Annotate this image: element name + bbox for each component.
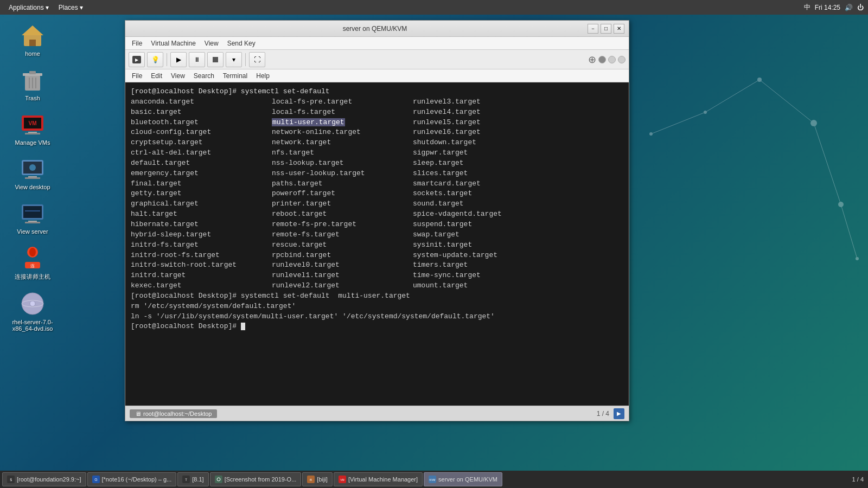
svg-text:VM: VM xyxy=(29,120,37,126)
svg-rect-33 xyxy=(25,222,40,223)
target-col1-row18: runlevel2.target xyxy=(272,281,413,291)
target-col2-row12: suspend.target xyxy=(413,220,472,230)
svg-point-0 xyxy=(810,120,817,126)
targets-list: anaconda.target local-fs-pre.target runl… xyxy=(131,97,623,291)
target-col2-row17: time-sync.target xyxy=(413,271,481,281)
taskbar-item-virt-manager[interactable]: VM [Virtual Machine Manager] xyxy=(334,472,423,486)
desktop-icon-view-desktop[interactable]: View desktop xyxy=(3,153,62,192)
target-col1-row9: poweroff.target xyxy=(272,189,413,199)
close-button[interactable]: ✕ xyxy=(614,24,624,34)
target-col0-row4: cryptsetup.target xyxy=(131,138,272,148)
taskbar-virt-manager-icon: VM xyxy=(339,476,346,483)
taskbar-item-kvm[interactable]: KVM server on QEMU/KVM xyxy=(424,472,502,486)
target-col1-row13: remote-fs.target xyxy=(272,230,413,240)
target-col2-row15: system-update.target xyxy=(413,251,497,261)
volume-icon[interactable]: 🔊 xyxy=(845,4,853,11)
desktop-icon-view-server[interactable]: View server xyxy=(3,198,62,237)
terminal-menu-file[interactable]: File xyxy=(127,71,146,81)
target-col1-row7: nss-user-lookup.target xyxy=(272,169,413,179)
terminal-tab[interactable]: 🖥 root@localhost:~/Desktop xyxy=(130,409,217,418)
taskbar-item-81[interactable]: T [8.1] xyxy=(177,472,208,486)
target-col0-row16: initrd-switch-root.target xyxy=(131,260,272,271)
kvm-menu-send-key[interactable]: Send Key xyxy=(223,38,260,48)
desktop-icon-trash[interactable]: Trash xyxy=(3,65,62,104)
svg-rect-46 xyxy=(213,57,218,62)
taskbar-item-biji[interactable]: B [biji] xyxy=(302,472,333,486)
terminal-line-1: [root@localhost Desktop]# systemctl set-… xyxy=(131,87,623,97)
target-col2-row6: sleep.target xyxy=(413,158,464,169)
target-row-16: initrd-switch-root.target runlevel0.targ… xyxy=(131,260,623,271)
taskbar-kvm-icon: KVM xyxy=(429,476,436,483)
lang-indicator[interactable]: 中 xyxy=(804,3,810,12)
manage-vms-icon: VM xyxy=(20,111,46,137)
kvm-outer-menubar: File Virtual Machine View Send Key xyxy=(125,37,629,50)
terminal-menubar: File Edit View Search Terminal Help xyxy=(125,69,629,82)
power-icon[interactable]: ⏻ xyxy=(857,4,864,11)
toolbar-stop-btn[interactable] xyxy=(207,52,224,67)
toolbar-sep1 xyxy=(167,53,167,66)
terminal-menu-terminal[interactable]: Terminal xyxy=(219,71,252,81)
kvm-menu-file[interactable]: File xyxy=(127,38,146,48)
taskbar-81-label: [8.1] xyxy=(192,476,203,483)
target-row-14: initrd-fs.target rescue.target sysinit.t… xyxy=(131,240,623,251)
target-col2-row10: sound.target xyxy=(413,199,464,209)
taskbar-item-terminal1[interactable]: $ [root@foundation29.9:~] xyxy=(2,472,86,486)
svg-point-7 xyxy=(704,111,707,114)
taskbar-gedit-icon: G xyxy=(92,476,100,483)
target-col0-row2: bluetooth.target xyxy=(131,118,272,128)
target-row-7: emergency.target nss-user-lookup.target … xyxy=(131,169,623,179)
target-row-8: final.target paths.target smartcard.targ… xyxy=(131,179,623,189)
toolbar-right: ⊕ xyxy=(588,54,626,66)
places-arrow: ▾ xyxy=(80,4,83,11)
terminal-menu-edit[interactable]: Edit xyxy=(146,71,167,81)
target-row-11: halt.target reboot.target spice-vdagentd… xyxy=(131,209,623,220)
toolbar-play-btn[interactable]: ▶ xyxy=(170,52,187,67)
toolbar-bulb-btn[interactable]: 💡 xyxy=(147,52,163,67)
desktop-icon-rhel-iso[interactable]: rhel-server-7.0-x86_64-dvd.iso xyxy=(3,288,62,334)
terminal-content[interactable]: [root@localhost Desktop]# systemctl set-… xyxy=(125,82,629,406)
svg-line-9 xyxy=(651,112,705,134)
kvm-menu-virtual-machine[interactable]: Virtual Machine xyxy=(146,38,200,48)
rhel-iso-label: rhel-server-7.0-x86_64-dvd.iso xyxy=(8,319,57,332)
terminal-menu-search[interactable]: Search xyxy=(189,71,219,81)
target-row-5: ctrl-alt-del.target nfs.target sigpwr.ta… xyxy=(131,148,623,158)
taskbar-item-gedit[interactable]: G [*note16 (~/Desktop) – g... xyxy=(87,472,177,486)
places-menu[interactable]: Places ▾ xyxy=(54,3,87,12)
desktop-icon-home[interactable]: home xyxy=(3,20,62,59)
kvm-window: server on QEMU/KVM － □ ✕ File Virtual Ma… xyxy=(125,20,629,421)
clock: Fri 14:25 xyxy=(815,4,840,11)
scale-dot-3 xyxy=(618,56,626,63)
next-page-icon[interactable]: ▶ xyxy=(614,408,624,419)
terminal-menu-help[interactable]: Help xyxy=(252,71,274,81)
svg-rect-53 xyxy=(215,476,222,483)
maximize-button[interactable]: □ xyxy=(601,24,611,34)
desktop-icon-manage-vms[interactable]: VM Manage VMs xyxy=(3,109,62,148)
target-col0-row3: cloud-config.target xyxy=(131,127,272,138)
top-bar-right: 中 Fri 14:25 🔊 ⏻ xyxy=(804,3,864,12)
taskbar-virt-manager-label: [Virtual Machine Manager] xyxy=(348,476,418,483)
kvm-title-bar: server on QEMU/KVM － □ ✕ xyxy=(125,21,629,37)
minimize-button[interactable]: － xyxy=(588,24,598,34)
toolbar-pause-btn[interactable]: ⏸ xyxy=(189,52,205,67)
taskbar-terminal1-label: [root@foundation29.9:~] xyxy=(17,476,81,483)
target-row-1: basic.target local-fs.target runlevel4.t… xyxy=(131,107,623,118)
svg-line-6 xyxy=(841,204,857,259)
kvm-menu-view[interactable]: View xyxy=(200,38,223,48)
target-col2-row3: runlevel6.target xyxy=(413,127,481,138)
svg-text:T: T xyxy=(185,478,187,481)
terminal-line-cmd4: ln -s '/usr/lib/systemd/system/multi-use… xyxy=(131,312,623,322)
svg-text:KVM: KVM xyxy=(430,478,436,481)
toolbar-console-btn[interactable]: ▶ xyxy=(129,52,145,67)
taskbar-right: 1 / 4 xyxy=(852,476,866,483)
taskbar-item-screenshot[interactable]: [Screenshot from 2019-O... xyxy=(210,472,302,486)
applications-menu[interactable]: Applications ▾ xyxy=(4,3,53,12)
terminal-menu-view[interactable]: View xyxy=(167,71,189,81)
desktop-icon-connect-teacher[interactable]: 连 连接讲师主机 xyxy=(3,242,62,283)
svg-point-2 xyxy=(838,202,844,207)
desktop: home Trash VM xyxy=(0,15,868,434)
toolbar-fullscreen-btn[interactable]: ⛶ xyxy=(249,52,265,67)
toolbar-more-btn[interactable]: ▾ xyxy=(226,52,242,67)
target-row-4: cryptsetup.target network.target shutdow… xyxy=(131,138,623,148)
scale-crosshair-icon[interactable]: ⊕ xyxy=(588,54,596,66)
taskbar-gedit-label: [*note16 (~/Desktop) – g... xyxy=(102,476,172,483)
